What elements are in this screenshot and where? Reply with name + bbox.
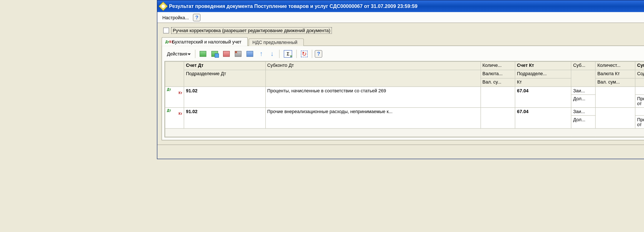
- help-icon[interactable]: ?: [193, 13, 200, 21]
- move-down-button[interactable]: ↓: [268, 49, 277, 58]
- form-body: Ручная корректировка (разрешает редактир…: [157, 23, 644, 144]
- cell-account-dt[interactable]: 91.02: [184, 108, 265, 128]
- add-copy-button[interactable]: [210, 49, 220, 58]
- cell-sub-kt-2[interactable]: Дол...: [571, 95, 596, 108]
- actions-dropdown[interactable]: Действия: [165, 49, 192, 58]
- cell-account-kt[interactable]: 67.04: [515, 108, 572, 128]
- col-department-kt[interactable]: Подразделе...: [515, 70, 572, 78]
- tab-vat-label: НДС предъявленный: [252, 40, 298, 45]
- app-icon: [158, 1, 168, 11]
- grid-header: Счет Дт Субконто Дт Количе... Счет Кт Су…: [165, 62, 644, 87]
- menubar: Настройка... ?: [157, 12, 644, 23]
- grid-footer-cell: [165, 128, 644, 137]
- col-rownum[interactable]: [165, 62, 184, 87]
- col-cur-amt-dt[interactable]: Вал. су...: [481, 78, 515, 87]
- save-button[interactable]: [245, 49, 255, 58]
- cell-sum[interactable]: 79 623,29: [635, 87, 644, 95]
- status-bar: Отчет по движениям документа OK Закрыть: [157, 145, 644, 159]
- add-multi-icon: [212, 51, 218, 57]
- titlebar: Результат проведения документа Поступлен…: [157, 0, 644, 12]
- toolbar-separator: [312, 50, 312, 58]
- grid-body: ДтКт 91.02 Проценты, начисленные в соотв…: [165, 87, 644, 137]
- cell-account-kt[interactable]: 67.04: [515, 87, 572, 108]
- refresh-icon: ↻: [301, 51, 308, 57]
- manual-correction-label: Ручная корректировка (разрешает редактир…: [171, 27, 332, 34]
- accounting-grid: Счет Дт Субконто Дт Количе... Счет Кт Су…: [164, 61, 644, 137]
- toolbar-separator: [296, 50, 297, 58]
- toolbar-separator: [279, 50, 280, 58]
- col-cur-amt-kt[interactable]: Вал. сум...: [596, 78, 635, 87]
- col-sum[interactable]: Сумма: [635, 62, 644, 70]
- col-currency-kt[interactable]: Валюта Кт: [596, 70, 635, 78]
- add-icon: [200, 51, 206, 57]
- col-kt[interactable]: Кт: [515, 78, 572, 87]
- table-row[interactable]: ДтКт 91.02 Проценты, начисленные в соотв…: [165, 87, 644, 95]
- spacer: [162, 140, 644, 145]
- cell-content[interactable]: Проценты по займу по вх.д. от: [635, 95, 644, 108]
- save-icon: [247, 51, 253, 57]
- arrow-down-icon: ↓: [270, 51, 274, 57]
- menu-settings[interactable]: Настройка...: [161, 14, 190, 20]
- cell-qty-kt[interactable]: [596, 87, 635, 108]
- window-title: Результат проведения документа Поступлен…: [169, 3, 644, 9]
- tab-panel-accounting: Действия ↑ ↓ Σн ↻ ?: [162, 46, 644, 140]
- mark-delete-icon: [235, 51, 242, 57]
- cell-subkonto[interactable]: Проценты, начисленные в соответствии со …: [265, 87, 481, 108]
- grid-table: Счет Дт Субконто Дт Количе... Счет Кт Су…: [165, 61, 644, 137]
- delete-icon: [223, 51, 230, 57]
- manual-correction-row: Ручная корректировка (разрешает редактир…: [163, 27, 644, 34]
- col-qty-kt[interactable]: Количест...: [596, 62, 635, 70]
- col-qty-dt[interactable]: Количе...: [481, 62, 515, 70]
- cell-sub-kt-1[interactable]: Заи...: [571, 108, 596, 116]
- tab-strip: ДтКт Бухгалтерский и налоговый учет НДС …: [162, 37, 644, 46]
- mark-delete-button[interactable]: [233, 49, 243, 58]
- col-sub-kt-2[interactable]: [571, 70, 596, 87]
- col-sub-kt[interactable]: Суб...: [571, 62, 596, 70]
- add-row-button[interactable]: [198, 49, 208, 58]
- col-account-kt[interactable]: Счет Кт: [515, 62, 572, 70]
- manual-correction-checkbox[interactable]: [163, 28, 169, 33]
- app-window: Результат проведения документа Поступлен…: [157, 0, 644, 159]
- col-subkonto-dt-2[interactable]: [265, 70, 481, 87]
- sigma-icon: Σн: [284, 50, 292, 58]
- cell-qty-dt[interactable]: [481, 87, 515, 108]
- arrow-up-icon: ↑: [260, 51, 263, 57]
- col-content-2[interactable]: [635, 78, 644, 87]
- tab-vat[interactable]: НДС предъявленный: [248, 38, 304, 46]
- grid-footer-row: [165, 128, 644, 137]
- row-marker: ДтКт: [165, 108, 184, 128]
- tab-accounting[interactable]: ДтКт Бухгалтерский и налоговый учет: [162, 37, 248, 46]
- cell-subkonto[interactable]: Прочие внереализационные расходы, неприн…: [265, 108, 481, 128]
- cell-qty-kt[interactable]: [596, 108, 635, 128]
- col-subkonto-dt[interactable]: Субконто Дт: [265, 62, 481, 70]
- grid-toolbar: Действия ↑ ↓ Σн ↻ ?: [164, 48, 644, 61]
- cell-sub-kt-1[interactable]: Заи...: [571, 87, 596, 95]
- col-department-dt[interactable]: Подразделение Дт: [184, 70, 265, 87]
- toolbar-help-icon[interactable]: ?: [315, 50, 322, 58]
- col-account-dt[interactable]: Счет Дт: [184, 62, 265, 70]
- col-content[interactable]: Содержание: [635, 70, 644, 78]
- row-marker: ДтКт: [165, 87, 184, 108]
- refresh-button[interactable]: ↻: [299, 49, 309, 58]
- cell-account-dt[interactable]: 91.02: [184, 87, 265, 108]
- sum-button[interactable]: Σн: [282, 49, 294, 58]
- move-up-button[interactable]: ↑: [256, 49, 266, 58]
- cell-sum[interactable]: 5 308,22: [635, 108, 644, 116]
- cell-qty-dt[interactable]: [481, 108, 515, 128]
- table-row[interactable]: ДтКт 91.02 Прочие внереализационные расх…: [165, 108, 644, 116]
- dtkt-icon: ДтКт: [165, 40, 170, 43]
- tab-accounting-label: Бухгалтерский и налоговый учет: [172, 39, 242, 44]
- cell-sub-kt-2[interactable]: Дол...: [571, 116, 596, 128]
- delete-button[interactable]: [222, 49, 232, 58]
- col-currency-dt[interactable]: Валюта...: [481, 70, 515, 78]
- cell-content[interactable]: Проценты по займу по вх.д. от: [635, 116, 644, 128]
- toolbar-separator: [195, 50, 196, 58]
